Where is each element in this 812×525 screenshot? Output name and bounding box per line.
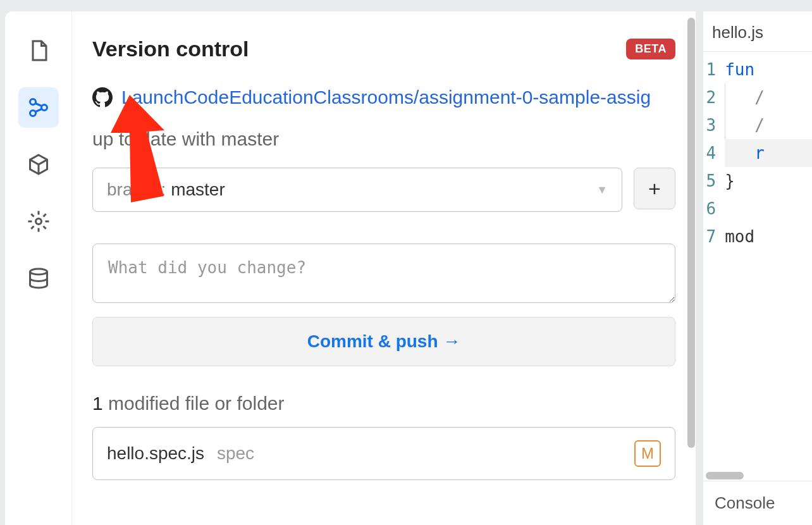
modified-count: 1 modified file or folder: [92, 393, 688, 414]
panel-scrollbar[interactable]: [687, 18, 696, 460]
page-title: Version control: [92, 37, 249, 61]
repo-link-row: LaunchCodeEducationClassrooms/assignment…: [92, 87, 688, 108]
svg-point-3: [41, 105, 47, 111]
beta-badge: BETA: [626, 39, 675, 59]
line-gutter: 1234567: [703, 56, 725, 481]
sidebar-files[interactable]: [18, 30, 59, 71]
branch-select[interactable]: branch: master ▼: [92, 168, 622, 212]
commit-message-input[interactable]: [92, 244, 675, 303]
console-tab[interactable]: Console: [703, 481, 812, 525]
modified-file-row[interactable]: hello.spec.js spec M: [92, 427, 675, 480]
svg-point-1: [30, 99, 35, 105]
sidebar-packages[interactable]: [18, 144, 59, 185]
commit-push-button[interactable]: Commit & push →: [92, 317, 675, 366]
code-area[interactable]: 1234567 fun / / r}mod: [703, 52, 812, 481]
file-folder: spec: [217, 443, 254, 463]
gear-icon: [27, 210, 50, 233]
svg-point-2: [30, 111, 35, 116]
version-control-icon: [27, 96, 50, 119]
svg-point-5: [30, 269, 47, 275]
branch-label: branch:: [107, 180, 171, 199]
branch-name: master: [171, 180, 225, 199]
sync-status: up to date with master: [92, 128, 688, 150]
database-icon: [27, 267, 50, 290]
left-sidebar: [5, 11, 72, 525]
box-icon: [27, 153, 50, 176]
repo-link[interactable]: LaunchCodeEducationClassrooms/assignment…: [121, 87, 651, 108]
sidebar-database[interactable]: [18, 258, 59, 299]
version-control-panel: Version control BETA LaunchCodeEducation…: [72, 11, 696, 525]
svg-point-4: [35, 219, 41, 225]
file-name: hello.spec.js: [107, 443, 204, 463]
editor-tab[interactable]: hello.js: [712, 23, 763, 42]
github-icon: [92, 87, 113, 108]
sidebar-version-control[interactable]: [18, 87, 59, 128]
editor-h-scrollbar[interactable]: [703, 472, 812, 481]
code-content[interactable]: fun / / r}mod: [725, 56, 812, 481]
chevron-down-icon: ▼: [596, 183, 608, 197]
add-branch-button[interactable]: +: [634, 168, 675, 209]
modified-badge: M: [634, 440, 661, 467]
editor-panel: hello.js 1234567 fun / / r}mod Console: [703, 11, 812, 525]
sidebar-settings[interactable]: [18, 201, 59, 242]
file-icon: [27, 39, 50, 62]
